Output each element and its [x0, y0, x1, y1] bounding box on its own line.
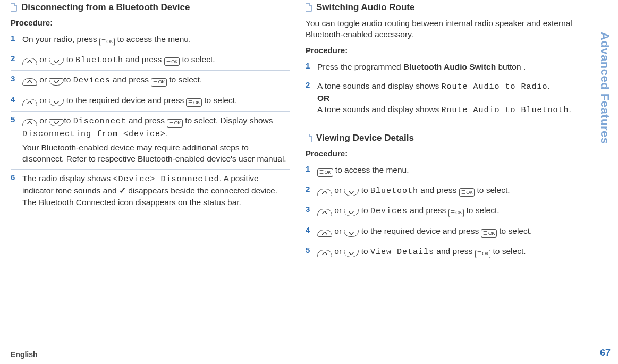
text: or [37, 55, 49, 64]
code-text: Route Audio to Bluetooth [442, 106, 569, 115]
ok-button-icon: ☰ OK [99, 38, 115, 46]
ok-button-icon: ☰ OK [317, 168, 333, 177]
section-header-details: Viewing Device Details [306, 133, 585, 143]
page-number: 67 [600, 346, 611, 360]
text: to select. [464, 206, 499, 215]
text: and press [418, 185, 459, 194]
step-4: 4 or to the required device and press ☰ … [11, 91, 290, 112]
procedure-label: Procedure: [306, 46, 585, 55]
ok-button-icon: ☰ OK [448, 209, 464, 217]
rb-step-3: 3 or to Devices and press ☰ OK to select… [306, 201, 585, 222]
step-body: or to the required device and press ☰ OK… [22, 95, 290, 107]
code-text: View Details [370, 248, 434, 257]
text: The radio display shows [22, 174, 113, 183]
rb-step-5: 5 or to View Details and press ☰ OK to s… [306, 242, 585, 263]
text: Press the programmed [317, 62, 403, 71]
sidebar-vertical-title: Advanced Features [598, 32, 612, 144]
text: to select. [475, 185, 510, 194]
step-body: On your radio, press ☰ OK to access the … [22, 33, 290, 46]
step-body: or to Devices and press ☰ OK to select. [317, 205, 585, 217]
text: to the required device and press [359, 226, 481, 235]
down-arrow-icon [49, 99, 64, 106]
step-body: The radio display shows <Device> Disonne… [22, 173, 290, 208]
step-5: 5 or to Disconnect and press ☰ OK to sel… [11, 111, 290, 169]
up-arrow-icon [317, 230, 332, 237]
text: to select. [202, 96, 237, 105]
step-number: 2 [306, 184, 313, 197]
text: to [64, 116, 73, 125]
ok-button-icon: ☰ OK [186, 98, 202, 107]
ok-button-icon: ☰ OK [167, 119, 183, 128]
down-arrow-icon [344, 250, 359, 257]
text: or [332, 226, 344, 235]
text: and press [126, 116, 167, 125]
ok-button-icon: ☰ OK [151, 78, 167, 87]
step-body: or to View Details and press ☰ OK to sel… [317, 246, 585, 258]
code-text: <Device> Disonnected [113, 175, 219, 184]
step-6: 6 The radio display shows <Device> Dison… [11, 169, 290, 212]
text: and press [123, 55, 164, 64]
code-text: Devices [73, 76, 111, 85]
text: to select. [180, 55, 215, 64]
section-title: Viewing Device Details [316, 133, 414, 143]
up-arrow-icon [317, 250, 332, 257]
section-title: Disconnecting from a Bluetooth Device [21, 2, 190, 13]
text: to select. Display shows [183, 116, 273, 125]
step-number: 2 [306, 80, 313, 116]
step-number: 1 [11, 33, 18, 46]
step-number: 3 [306, 205, 313, 217]
text: to [64, 55, 75, 64]
text: or [332, 185, 344, 194]
step-body: or to the required device and press ☰ OK… [317, 225, 585, 238]
text: to [359, 247, 370, 256]
section-title: Switching Audio Route [316, 2, 414, 13]
text: to select. [497, 226, 532, 235]
step-number: 1 [306, 61, 313, 73]
down-arrow-icon [49, 119, 64, 126]
up-arrow-icon [22, 58, 37, 65]
page-icon [306, 134, 312, 142]
text: or [37, 96, 49, 105]
text: On your radio, press [22, 35, 99, 44]
text: . [548, 81, 550, 90]
text: and press [408, 206, 448, 215]
language-label: English [11, 350, 38, 359]
text: . [166, 129, 168, 138]
step-number: 4 [306, 225, 313, 238]
code-text: Route Audio to Radio [442, 82, 548, 91]
text: button . [496, 62, 526, 71]
section-header-audio: Switching Audio Route [306, 2, 585, 13]
code-text: Disconnecting from <device> [22, 130, 166, 139]
procedure-label: Procedure: [306, 149, 585, 158]
rb-step-1: 1 ☰ OK to access the menu. [306, 161, 585, 181]
ok-button-icon: ☰ OK [481, 229, 497, 238]
code-text: Disconnect [73, 117, 126, 126]
text: . [569, 105, 571, 114]
down-arrow-icon [49, 78, 64, 86]
down-arrow-icon [344, 189, 359, 196]
ok-button-icon: ☰ OK [475, 250, 491, 258]
code-text: Devices [370, 207, 408, 216]
step-2: 2 or to Bluetooth and press ☰ OK to sele… [11, 50, 290, 71]
step-body: or to Bluetooth and press ☰ OK to select… [317, 184, 585, 197]
rb-step-4: 4 or to the required device and press ☰ … [306, 222, 585, 242]
text: A tone sounds and display shows [317, 81, 442, 90]
step-number: 2 [11, 54, 18, 66]
up-arrow-icon [22, 119, 37, 126]
page-icon [11, 3, 17, 12]
step-body: or to Devices and press ☰ OK to select. [22, 74, 290, 87]
step-number: 5 [11, 115, 18, 165]
check-icon: ✓ [119, 186, 126, 195]
step-body: ☰ OK to access the menu. [317, 164, 585, 177]
up-arrow-icon [22, 99, 37, 106]
code-text: Bluetooth [370, 187, 418, 196]
text: A tone sounds and display shows [317, 105, 442, 114]
rb-step-2: 2 or to Bluetooth and press ☰ OK to sele… [306, 181, 585, 201]
page-icon [306, 3, 312, 12]
text: or [37, 116, 49, 125]
down-arrow-icon [344, 209, 359, 216]
text: to select. [167, 75, 202, 84]
text: to [359, 206, 370, 215]
right-column: Switching Audio Route You can toggle aud… [306, 0, 585, 329]
up-arrow-icon [317, 209, 332, 216]
